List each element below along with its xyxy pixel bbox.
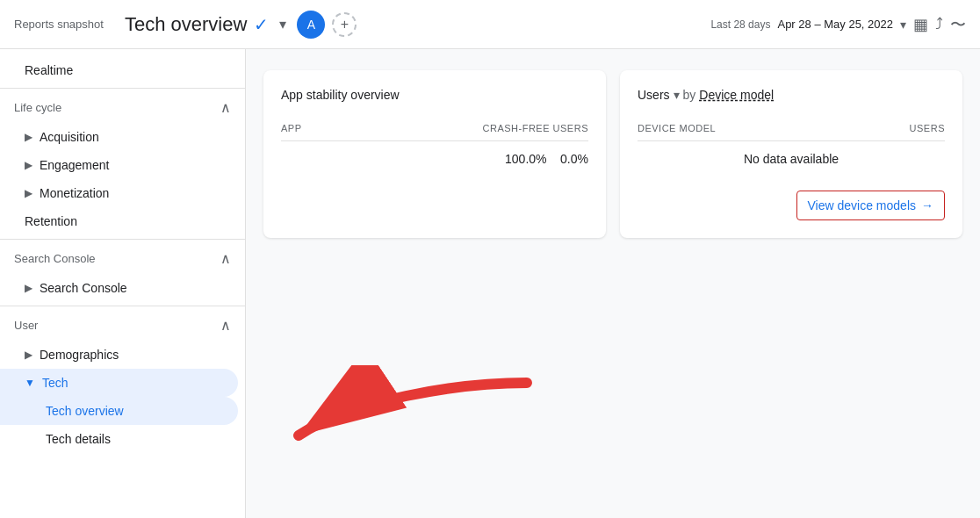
date-range: Last 28 days Apr 28 – May 25, 2022 ▾ ▦ ⤴… xyxy=(710,14,966,35)
tech-details-label: Tech details xyxy=(46,432,111,446)
top-bar: Reports snapshot Tech overview ✓ ▾ A + L… xyxy=(0,0,980,49)
view-device-models-link[interactable]: View device models → xyxy=(796,191,945,220)
cards-row: App stability overview APP CRASH-FREE US… xyxy=(263,70,962,238)
arrow-icon-tech: ▼ xyxy=(25,377,35,389)
arrow-icon: ▶ xyxy=(25,131,32,143)
tech-overview-label: Tech overview xyxy=(46,404,124,418)
users-dropdown[interactable]: ▾ xyxy=(674,88,680,102)
app-stability-title: App stability overview xyxy=(281,88,588,102)
search-console-item-label: Search Console xyxy=(40,281,127,295)
arrow-icon: ▶ xyxy=(25,187,32,199)
sidebar-item-tech[interactable]: ▼ Tech xyxy=(0,369,238,397)
sidebar-item-demographics[interactable]: ▶ Demographics xyxy=(0,341,238,369)
arrow-icon: ▶ xyxy=(25,282,32,294)
divider-3 xyxy=(0,306,245,306)
user-header[interactable]: User ∧ xyxy=(0,310,245,341)
sidebar-subitem-tech-details[interactable]: Tech details xyxy=(0,425,238,453)
search-console-section: Search Console ∧ ▶ Search Console xyxy=(0,243,245,302)
col-users: USERS xyxy=(849,116,945,141)
col-crash-free: CRASH-FREE USERS xyxy=(331,116,588,141)
app-stability-card: App stability overview APP CRASH-FREE US… xyxy=(263,70,606,238)
table-row: 100.0% 0.0% xyxy=(281,141,588,177)
engagement-label: Engagement xyxy=(40,158,109,172)
page-title-area: Tech overview ✓ ▾ A + xyxy=(125,11,357,39)
sidebar-subitem-tech-overview[interactable]: Tech overview xyxy=(0,397,238,425)
users-label: Users xyxy=(638,88,670,102)
app-value xyxy=(281,141,331,177)
sidebar-item-engagement[interactable]: ▶ Engagement xyxy=(0,151,238,179)
arrow-annotation xyxy=(281,365,562,471)
sidebar: Realtime Life cycle ∧ ▶ Acquisition ▶ En… xyxy=(0,49,246,518)
crash-value: 100.0% 0.0% xyxy=(331,141,588,177)
lifecycle-chevron: ∧ xyxy=(220,99,231,116)
share-icon[interactable]: ⤴ xyxy=(935,15,943,33)
lifecycle-header[interactable]: Life cycle ∧ xyxy=(0,92,245,123)
crash-pct-2: 0.0% xyxy=(560,152,588,166)
search-console-header[interactable]: Search Console ∧ xyxy=(0,243,245,274)
col-app: APP xyxy=(281,116,331,141)
content-area: App stability overview APP CRASH-FREE US… xyxy=(246,49,980,518)
retention-label: Retention xyxy=(25,214,77,228)
date-value: Apr 28 – May 25, 2022 xyxy=(777,18,893,31)
monetization-label: Monetization xyxy=(40,186,109,200)
realtime-label: Realtime xyxy=(25,63,73,77)
sidebar-item-realtime[interactable]: Realtime xyxy=(0,56,238,84)
by-label: by xyxy=(683,88,696,102)
main-layout: Realtime Life cycle ∧ ▶ Acquisition ▶ En… xyxy=(0,49,980,518)
reports-snapshot-title: Reports snapshot xyxy=(14,18,104,31)
device-model-table: DEVICE MODEL USERS No data available xyxy=(638,116,945,176)
date-label: Last 28 days xyxy=(710,18,770,31)
no-data-row: No data available xyxy=(638,141,945,177)
user-chevron: ∧ xyxy=(220,317,231,334)
compare-icon[interactable]: 〜 xyxy=(950,14,966,35)
lifecycle-section: Life cycle ∧ ▶ Acquisition ▶ Engagement … xyxy=(0,92,245,235)
tech-label: Tech xyxy=(42,376,68,390)
device-model-link[interactable]: Device model xyxy=(699,88,774,102)
divider-2 xyxy=(0,239,245,240)
view-link-container: View device models → xyxy=(638,191,945,220)
sidebar-item-acquisition[interactable]: ▶ Acquisition xyxy=(0,123,238,151)
chart-icon[interactable]: ▦ xyxy=(913,15,928,34)
arrow-icon: ▶ xyxy=(25,349,32,361)
avatar: A xyxy=(297,11,325,39)
divider-1 xyxy=(0,88,245,89)
users-header: Users ▾ by Device model xyxy=(638,88,945,102)
view-link-text: View device models xyxy=(808,198,916,212)
sidebar-item-monetization[interactable]: ▶ Monetization xyxy=(0,179,238,207)
col-device-model: DEVICE MODEL xyxy=(638,116,849,141)
user-section: User ∧ ▶ Demographics ▼ Tech Tech overvi… xyxy=(0,310,245,453)
date-dropdown-chevron[interactable]: ▾ xyxy=(900,18,906,32)
page-title: Tech overview xyxy=(125,13,247,36)
sidebar-item-retention[interactable]: Retention xyxy=(0,207,238,235)
lifecycle-label: Life cycle xyxy=(14,101,61,114)
arrow-icon: ▶ xyxy=(25,159,32,171)
check-icon: ✓ xyxy=(254,14,269,35)
page-title-dropdown[interactable]: ▾ xyxy=(276,12,290,36)
demographics-label: Demographics xyxy=(40,348,119,362)
device-model-card: Users ▾ by Device model DEVICE MODEL USE… xyxy=(620,70,962,238)
add-button[interactable]: + xyxy=(332,12,357,37)
user-label: User xyxy=(14,319,38,332)
app-stability-table: APP CRASH-FREE USERS 100.0% 0.0% xyxy=(281,116,588,176)
crash-pct-1: 100.0% xyxy=(505,152,546,166)
acquisition-label: Acquisition xyxy=(40,130,99,144)
search-console-group-label: Search Console xyxy=(14,252,96,265)
arrow-right-icon: → xyxy=(921,198,933,212)
no-data-message: No data available xyxy=(638,141,945,177)
search-console-chevron: ∧ xyxy=(220,250,231,267)
sidebar-item-search-console[interactable]: ▶ Search Console xyxy=(0,274,238,302)
